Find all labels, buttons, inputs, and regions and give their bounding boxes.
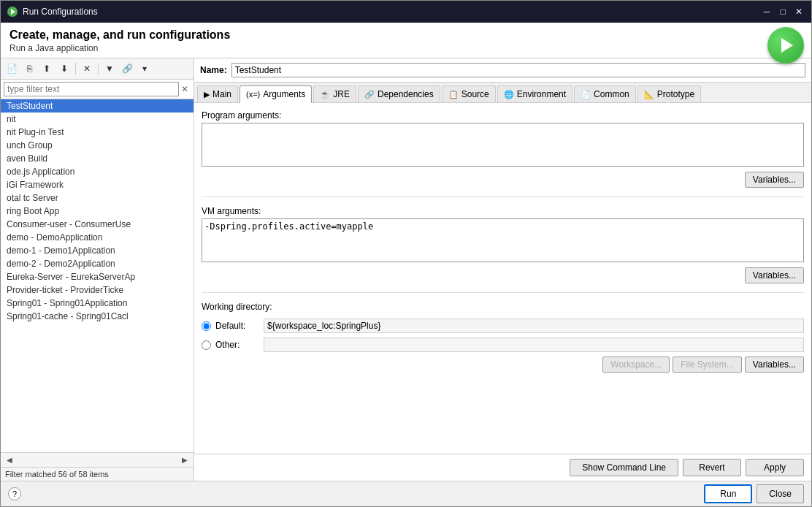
tab-content-arguments: Program arguments: Variables... VM argum… — [194, 103, 811, 454]
program-args-section: Program arguments: Variables... — [202, 110, 804, 188]
default-radio[interactable] — [202, 321, 211, 331]
filesystem-button[interactable]: File System... — [673, 357, 742, 373]
working-dir-label: Working directory: — [202, 302, 804, 312]
vm-args-container: -Dspring.profiles.active=myapple — [202, 218, 804, 264]
default-radio-label: Default: — [215, 321, 259, 331]
run-configurations-window: Run Configurations ─ □ ✕ Create, manage,… — [0, 0, 812, 507]
list-item[interactable]: demo - DemoApplication — [1, 231, 194, 244]
search-container: ✕ — [1, 80, 194, 99]
close-window-button[interactable]: ✕ — [792, 5, 805, 18]
config-list[interactable]: TestStudent nit nit Plug-in Test unch Gr… — [1, 99, 194, 452]
list-item[interactable]: Spring01-cache - Spring01Cacl — [1, 310, 194, 323]
working-dir-section: Working directory: Default: Other: Works… — [202, 302, 804, 373]
tab-prototype[interactable]: 📐 Prototype — [637, 85, 701, 102]
import-config-button[interactable]: ⬇ — [56, 61, 72, 77]
vm-args-label: VM arguments: — [202, 206, 804, 216]
bottom-bar: Show Command Line Revert Apply — [194, 454, 811, 481]
page-subtitle: Run a Java application — [9, 43, 803, 53]
list-item[interactable]: Spring01 - Spring01Application — [1, 297, 194, 310]
delete-config-button[interactable]: ✕ — [79, 61, 95, 77]
vm-args-textarea[interactable]: -Dspring.profiles.active=myapple — [202, 218, 804, 262]
toolbar-separator-2 — [98, 63, 99, 75]
nav-left-button[interactable]: ◀ — [4, 454, 15, 465]
list-item[interactable]: ring Boot App — [1, 205, 194, 218]
list-item[interactable]: nit — [1, 113, 194, 126]
default-path-input[interactable] — [264, 319, 804, 333]
tab-arguments-label: Arguments — [263, 89, 305, 99]
workspace-button[interactable]: Workspace... — [602, 357, 670, 373]
link-button[interactable]: 🔗 — [119, 61, 135, 77]
tab-environment-label: Environment — [517, 89, 566, 99]
tab-jre[interactable]: ☕ JRE — [313, 85, 356, 102]
program-args-label: Program arguments: — [202, 110, 804, 121]
other-radio[interactable] — [202, 340, 211, 350]
source-tab-icon: 📋 — [448, 90, 459, 99]
duplicate-config-button[interactable]: ⎘ — [21, 61, 37, 77]
prototype-tab-icon: 📐 — [644, 90, 654, 99]
left-panel-toolbar: 📄 ⎘ ⬆ ⬇ ✕ ▼ 🔗 ▾ — [1, 58, 194, 80]
program-args-container — [202, 123, 804, 169]
run-button[interactable]: Run — [704, 484, 752, 503]
play-triangle-icon — [781, 38, 793, 53]
minimize-button[interactable]: ─ — [760, 5, 773, 18]
title-bar-controls: ─ □ ✕ — [760, 5, 805, 18]
footer-actions: Run Close — [704, 484, 804, 503]
list-item[interactable]: demo-2 - Demo2Application — [1, 257, 194, 270]
section-divider-2 — [202, 292, 804, 293]
left-panel: 📄 ⎘ ⬆ ⬇ ✕ ▼ 🔗 ▾ ✕ TestStudent nit nit P — [1, 58, 194, 481]
list-item[interactable]: Eureka-Server - EurekaServerAp — [1, 270, 194, 283]
help-button[interactable]: ? — [8, 487, 21, 500]
dependencies-tab-icon: 🔗 — [364, 90, 375, 99]
maximize-button[interactable]: □ — [776, 5, 789, 18]
title-bar-title: Run Configurations — [23, 7, 760, 17]
list-item[interactable]: iGi Framework — [1, 178, 194, 191]
vm-args-variables-button[interactable]: Variables... — [745, 267, 804, 283]
dir-buttons: Workspace... File System... Variables... — [202, 357, 804, 373]
tab-main[interactable]: ▶ Main — [197, 85, 238, 102]
list-item[interactable]: TestStudent — [1, 99, 194, 113]
list-item[interactable]: demo-1 - Demo1Application — [1, 244, 194, 257]
common-tab-icon: 📄 — [581, 90, 591, 99]
title-bar: Run Configurations ─ □ ✕ — [1, 1, 811, 23]
other-radio-row: Other: — [202, 338, 804, 352]
apply-button[interactable]: Apply — [746, 459, 804, 476]
show-command-line-button[interactable]: Show Command Line — [570, 459, 678, 476]
tab-dependencies[interactable]: 🔗 Dependencies — [358, 85, 440, 102]
name-input[interactable] — [231, 63, 805, 77]
collapse-button[interactable]: ▼ — [102, 61, 118, 77]
program-args-textarea[interactable] — [202, 123, 804, 167]
list-item[interactable]: ode.js Application — [1, 165, 194, 178]
list-item[interactable]: aven Build — [1, 152, 194, 165]
program-args-variables-button[interactable]: Variables... — [745, 172, 804, 188]
tab-arguments[interactable]: (x=) Arguments — [240, 85, 312, 103]
list-item[interactable]: Provider-ticket - ProviderTicke — [1, 283, 194, 297]
tabs-bar: ▶ Main (x=) Arguments ☕ JRE 🔗 Dependenci… — [194, 83, 811, 103]
close-button[interactable]: Close — [757, 484, 804, 503]
menu-button[interactable]: ▾ — [137, 61, 153, 77]
main-content: 📄 ⎘ ⬆ ⬇ ✕ ▼ 🔗 ▾ ✕ TestStudent nit nit P — [1, 58, 811, 481]
vm-args-section: VM arguments: -Dspring.profiles.active=m… — [202, 206, 804, 283]
footer: ? Run Close — [1, 481, 811, 506]
toolbar-separator-1 — [75, 63, 76, 75]
search-clear-button[interactable]: ✕ — [179, 83, 191, 95]
page-title: Create, manage, and run configurations — [9, 28, 803, 42]
export-config-button[interactable]: ⬆ — [39, 61, 55, 77]
tab-environment[interactable]: 🌐 Environment — [497, 85, 572, 102]
list-item[interactable]: otal tc Server — [1, 191, 194, 205]
tab-main-label: Main — [212, 89, 231, 99]
list-item[interactable]: unch Group — [1, 139, 194, 152]
list-item[interactable]: Consumer-user - ConsumerUse — [1, 218, 194, 231]
nav-right-button[interactable]: ▶ — [179, 454, 191, 465]
jre-tab-icon: ☕ — [320, 90, 330, 99]
revert-button[interactable]: Revert — [683, 459, 741, 476]
dir-variables-button[interactable]: Variables... — [745, 357, 804, 373]
search-input[interactable] — [4, 82, 179, 96]
tab-common-label: Common — [594, 89, 629, 99]
new-config-button[interactable]: 📄 — [4, 61, 20, 77]
tab-common[interactable]: 📄 Common — [574, 85, 636, 102]
list-item[interactable]: nit Plug-in Test — [1, 126, 194, 139]
tab-source[interactable]: 📋 Source — [442, 85, 496, 102]
other-path-input[interactable] — [264, 338, 804, 352]
tab-prototype-label: Prototype — [657, 89, 694, 99]
tab-source-label: Source — [461, 89, 489, 99]
